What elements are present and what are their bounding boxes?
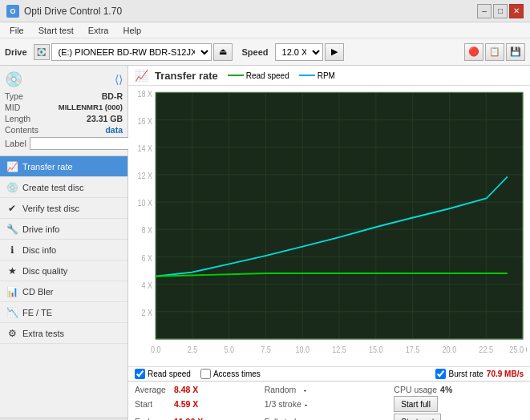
drive-select[interactable]: (E:) PIONEER BD-RW BDR-S12JX 1.00: [51, 43, 212, 61]
nav-create-test-disc-label: Create test disc: [22, 183, 83, 192]
svg-text:22.5: 22.5: [479, 345, 493, 354]
stroke-full-label: Full stroke: [265, 417, 303, 420]
menu-extra[interactable]: Extra: [82, 24, 115, 37]
disc-panel: 💿 ⟨⟩ Type BD-R MID MILLENMR1 (000) Lengt…: [0, 66, 127, 156]
rpm-legend-label: RPM: [318, 71, 335, 80]
disc-quality-icon: ★: [6, 265, 18, 277]
svg-text:2 X: 2 X: [142, 308, 153, 317]
read-speed-legend-color: [228, 75, 244, 76]
nav-disc-info-label: Disc info: [22, 245, 56, 255]
cpu-label: CPU usage: [394, 385, 437, 394]
speed-select[interactable]: 12.0 X ∨: [275, 43, 323, 61]
length-value: 23.31 GB: [87, 114, 123, 123]
svg-text:25.0 GB: 25.0 GB: [509, 345, 527, 354]
maximize-button[interactable]: □: [493, 4, 508, 18]
disc-info-icon: ℹ: [6, 244, 18, 256]
svg-text:12.5: 12.5: [332, 345, 346, 354]
nav-drive-info-label: Drive info: [22, 224, 59, 234]
nav-items: 📈 Transfer rate 💿 Create test disc ✔ Ver…: [0, 156, 127, 344]
speed-label: Speed: [242, 47, 269, 57]
app-icon: O: [6, 5, 19, 18]
app-title: Opti Drive Control 1.70: [24, 6, 122, 17]
read-speed-checkbox[interactable]: [135, 369, 145, 379]
chart-svg: 18 X 16 X 14 X 12 X 10 X 8 X 6 X 4 X 2 X…: [131, 87, 527, 365]
drive-info-icon: 🔧: [6, 224, 18, 235]
chart-legend: Read speed RPM: [228, 71, 335, 80]
length-label: Length: [5, 114, 30, 123]
menu-bar: File Start test Extra Help: [0, 22, 530, 38]
nav-create-test-disc[interactable]: 💿 Create test disc: [0, 177, 127, 198]
cpu-value: 4%: [440, 385, 476, 394]
stroke13-label: 1/3 stroke: [265, 399, 301, 409]
chart-area: 📈 Transfer rate Read speed RPM: [128, 66, 530, 420]
random-label: Random: [265, 385, 301, 394]
toolbar-btn-save[interactable]: 💾: [506, 43, 525, 61]
verify-test-disc-icon: ✔: [6, 203, 18, 214]
eject-button[interactable]: ⏏: [213, 43, 233, 61]
svg-text:10 X: 10 X: [138, 198, 153, 208]
menu-help[interactable]: Help: [116, 24, 148, 37]
minimize-button[interactable]: –: [477, 4, 492, 18]
fe-te-icon: 📉: [6, 307, 18, 318]
mid-label: MID: [5, 103, 20, 112]
average-label: Average: [135, 385, 171, 394]
nav-verify-test-disc-label: Verify test disc: [22, 204, 79, 213]
extra-tests-icon: ⚙: [6, 328, 18, 339]
chart-title-icon: 📈: [135, 69, 148, 82]
nav-cd-bler-label: CD Bler: [22, 287, 54, 297]
svg-text:15.0: 15.0: [369, 345, 383, 354]
nav-fe-te-label: FE / TE: [22, 308, 52, 317]
access-times-checkbox[interactable]: [200, 369, 211, 379]
burst-rate-checkbox[interactable]: [435, 369, 446, 379]
toolbar-btn-2[interactable]: 📋: [485, 43, 504, 61]
start-value: 4.59 X: [174, 399, 210, 409]
nav-transfer-rate[interactable]: 📈 Transfer rate: [0, 156, 127, 177]
disc-nav-arrows[interactable]: ⟨⟩: [115, 73, 123, 86]
svg-text:12 X: 12 X: [138, 171, 153, 180]
nav-disc-quality[interactable]: ★ Disc quality: [0, 260, 127, 281]
svg-text:16 X: 16 X: [138, 116, 153, 126]
svg-text:14 X: 14 X: [138, 143, 153, 153]
contents-value: data: [105, 125, 123, 135]
chart-svg-container: 18 X 16 X 14 X 12 X 10 X 8 X 6 X 4 X 2 X…: [128, 86, 530, 366]
svg-text:18 X: 18 X: [138, 89, 153, 99]
menu-file[interactable]: File: [3, 24, 30, 37]
stroke13-value: -: [305, 399, 341, 409]
svg-text:10.0: 10.0: [295, 345, 310, 354]
average-value: 8.48 X: [174, 385, 210, 394]
nav-extra-tests[interactable]: ⚙ Extra tests: [0, 323, 127, 344]
svg-text:20.0: 20.0: [443, 345, 457, 354]
sidebar: 💿 ⟨⟩ Type BD-R MID MILLENMR1 (000) Lengt…: [0, 66, 128, 420]
nav-cd-bler[interactable]: 📊 CD Bler: [0, 281, 127, 302]
svg-text:2.5: 2.5: [188, 345, 198, 354]
menu-start-test[interactable]: Start test: [32, 24, 80, 37]
main-layout: 💿 ⟨⟩ Type BD-R MID MILLENMR1 (000) Lengt…: [0, 66, 530, 420]
speed-apply-button[interactable]: ▶: [325, 43, 344, 61]
svg-text:8 X: 8 X: [142, 225, 153, 235]
mid-value: MILLENMR1 (000): [59, 103, 123, 112]
nav-disc-quality-label: Disc quality: [22, 266, 67, 276]
toolbar-btn-1[interactable]: 🔴: [464, 43, 483, 61]
end-label: End: [135, 417, 171, 420]
label-label: Label: [5, 139, 26, 148]
start-full-button[interactable]: Start full: [394, 396, 438, 412]
cd-bler-icon: 📊: [6, 286, 18, 297]
nav-extra-tests-label: Extra tests: [22, 329, 64, 338]
nav-verify-test-disc[interactable]: ✔ Verify test disc: [0, 198, 127, 219]
drive-label: Drive: [5, 47, 27, 57]
svg-text:17.5: 17.5: [406, 345, 420, 354]
nav-disc-info[interactable]: ℹ Disc info: [0, 240, 127, 260]
nav-fe-te[interactable]: 📉 FE / TE: [0, 302, 127, 323]
nav-drive-info[interactable]: 🔧 Drive info: [0, 219, 127, 240]
svg-text:0.0: 0.0: [151, 345, 161, 354]
svg-text:7.5: 7.5: [261, 345, 271, 354]
close-button[interactable]: ✕: [509, 4, 524, 18]
start-label: Start: [135, 399, 171, 409]
label-input[interactable]: [30, 137, 136, 150]
disc-image-icon: 💿: [5, 71, 22, 88]
type-label: Type: [5, 91, 23, 101]
burst-rate-value: 70.9 MB/s: [487, 370, 524, 378]
stroke-full-value: -: [306, 417, 342, 420]
title-bar: O Opti Drive Control 1.70 – □ ✕: [0, 0, 530, 22]
start-part-button[interactable]: Start part: [394, 414, 441, 420]
